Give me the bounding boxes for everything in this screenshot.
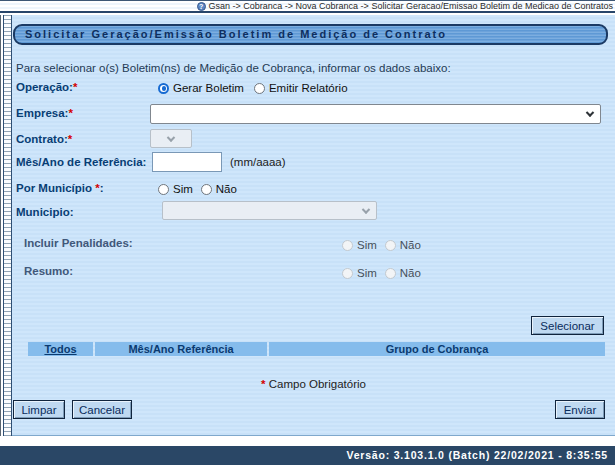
resumo-nao-label: Não: [400, 267, 421, 279]
incluir-penalidades-sim-label: Sim: [357, 239, 377, 251]
column-header-todos[interactable]: Todos: [28, 342, 93, 356]
enviar-button[interactable]: Enviar: [555, 400, 605, 419]
required-note-text: Campo Obrigatório: [269, 378, 366, 390]
resumo-label: Resumo:: [24, 265, 73, 277]
municipio-label-text: Municipio:: [16, 206, 74, 218]
page-title: Solicitar Geração/Emissão Boletim de Med…: [13, 24, 608, 45]
por-municipio-label: Por Município *:: [16, 182, 104, 194]
incluir-penalidades-label: Incluir Penalidades:: [24, 237, 133, 249]
chevron-down-icon: [167, 133, 175, 141]
help-icon[interactable]: ?: [197, 2, 206, 11]
por-municipio-colon: :: [100, 182, 104, 194]
required-asterisk: *: [68, 133, 72, 145]
resumo-radio-group: Sim Não: [342, 266, 429, 280]
mes-ano-label: Mês/Ano de Referência:: [16, 156, 146, 168]
incluir-penalidades-nao-radio: [385, 240, 396, 251]
emitir-relatorio-label: Emitir Relatório: [269, 82, 348, 94]
empresa-label-text: Empresa:: [16, 107, 68, 119]
por-municipio-sim-label: Sim: [173, 183, 193, 195]
todos-link[interactable]: Todos: [44, 343, 76, 355]
incluir-penalidades-sim-radio: [342, 240, 353, 251]
left-rail-decoration: [0, 15, 12, 436]
gerar-boletim-radio[interactable]: [158, 83, 169, 94]
results-table-header: Todos Mês/Ano Referência Grupo de Cobran…: [28, 342, 605, 356]
column-header-grupo-de-cobranca: Grupo de Cobrança: [269, 342, 605, 356]
required-asterisk: *: [68, 107, 72, 119]
footer-bar: Versão: 3.103.1.0 (Batch) 22/02/2021 - 8…: [0, 446, 615, 465]
required-field-note: * Campo Obrigatório: [12, 378, 615, 390]
resumo-label-text: Resumo:: [24, 265, 73, 277]
selecionar-button[interactable]: Selecionar: [531, 316, 604, 335]
chevron-down-icon: [586, 108, 594, 116]
emitir-relatorio-radio[interactable]: [254, 83, 265, 94]
por-municipio-nao-radio[interactable]: [201, 184, 212, 195]
column-header-mes-ano-referencia: Mês/Ano Referência: [95, 342, 267, 356]
municipio-select: [162, 201, 377, 220]
incluir-penalidades-label-text: Incluir Penalidades:: [24, 237, 133, 249]
required-asterisk: *: [73, 81, 77, 93]
cancelar-button[interactable]: Cancelar: [72, 400, 132, 419]
resumo-sim-label: Sim: [357, 267, 377, 279]
empresa-label: Empresa:*: [16, 107, 73, 119]
mes-ano-label-text: Mês/Ano de Referência:: [16, 156, 146, 168]
top-bar: ? Gsan -> Cobranca -> Nova Cobranca -> S…: [0, 0, 615, 13]
limpar-button[interactable]: Limpar: [13, 400, 65, 419]
por-municipio-radio-group: Sim Não: [158, 182, 245, 196]
municipio-label: Municipio:: [16, 206, 74, 218]
contrato-label-text: Contrato:: [16, 133, 68, 145]
version-text: Versão: 3.103.1.0 (Batch) 22/02/2021 - 8…: [346, 449, 608, 461]
breadcrumb: Gsan -> Cobranca -> Nova Cobranca -> Sol…: [209, 1, 613, 11]
operacao-radio-group: Gerar Boletim Emitir Relatório: [158, 81, 358, 95]
por-municipio-nao-label: Não: [216, 183, 237, 195]
por-municipio-sim-radio[interactable]: [158, 184, 169, 195]
por-municipio-label-text: Por Município: [16, 182, 95, 194]
empresa-select[interactable]: [150, 104, 601, 124]
incluir-penalidades-nao-label: Não: [400, 239, 421, 251]
mes-ano-referencia-input[interactable]: [152, 152, 222, 172]
resumo-sim-radio: [342, 268, 353, 279]
chevron-down-icon: [362, 205, 370, 213]
incluir-penalidades-radio-group: Sim Não: [342, 238, 429, 252]
contrato-label: Contrato:*: [16, 133, 72, 145]
mes-ano-format-hint: (mm/aaaa): [230, 156, 286, 168]
operacao-label: Operação:*: [16, 81, 77, 93]
resumo-nao-radio: [385, 268, 396, 279]
required-asterisk: *: [261, 378, 265, 390]
operacao-label-text: Operação:: [16, 81, 73, 93]
contrato-select: [150, 129, 192, 148]
form-panel: Solicitar Geração/Emissão Boletim de Med…: [12, 15, 615, 436]
gerar-boletim-label: Gerar Boletim: [173, 82, 244, 94]
intro-text: Para selecionar o(s) Boletim(ns) de Medi…: [16, 62, 451, 74]
